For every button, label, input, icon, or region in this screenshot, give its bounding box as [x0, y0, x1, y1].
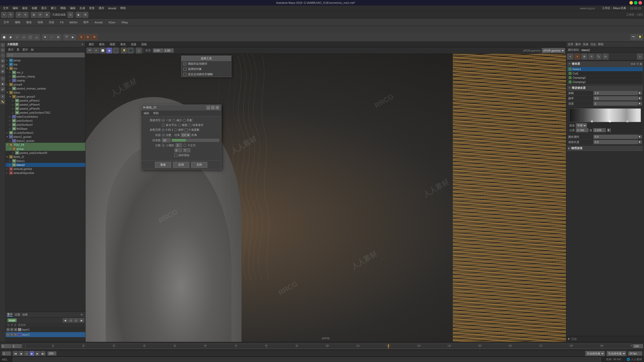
- attr-val-color[interactable]: [593, 135, 638, 139]
- attr-btn-amp[interactable]: ◆: [638, 91, 642, 95]
- modify-nav-next[interactable]: ▶: [634, 62, 636, 65]
- vp-btn-shadow[interactable]: 🌑: [128, 48, 134, 54]
- btn-apply[interactable]: 应用: [173, 162, 189, 168]
- tree-item-pasted-poly7262[interactable]: ▷ M pasted_polySurface7262: [6, 111, 85, 115]
- attr-btn-save[interactable]: ◆: [638, 140, 642, 144]
- shelf-icon-joint[interactable]: ✚: [42, 34, 48, 40]
- layer-item-2[interactable]: V P R layer2: [6, 332, 85, 337]
- layer-toupi-btn[interactable]: toupi: [8, 319, 17, 322]
- shelf-icon-xgen[interactable]: X: [78, 34, 84, 40]
- tree-item-tubecurve[interactable]: ▷ ~ tubeCurveHistory: [6, 115, 85, 119]
- menu-modify[interactable]: 修改: [20, 6, 30, 11]
- radio-endcond[interactable]: [188, 124, 191, 127]
- btn-next-frame[interactable]: ▶: [35, 351, 40, 356]
- shelf-icon-ipr[interactable]: ▶: [70, 34, 76, 40]
- tool-select[interactable]: ↖: [1, 43, 5, 47]
- vp-btn-isolate[interactable]: ◯: [136, 48, 142, 54]
- rh-help[interactable]: 帮助: [598, 42, 603, 46]
- outliner-menu-display[interactable]: 显示: [7, 47, 15, 52]
- cb-keep[interactable]: [174, 154, 177, 157]
- btn-go-start[interactable]: |◀: [13, 351, 18, 356]
- menu-mesh[interactable]: 网格: [58, 6, 68, 11]
- ramp-interp-select[interactable]: 平滑 线性: [576, 123, 587, 128]
- frame-start-input[interactable]: [1, 344, 11, 348]
- outliner-menu-display2[interactable]: 显示: [21, 47, 29, 52]
- tree-item-group6[interactable]: ▷ G group6: [6, 82, 85, 86]
- tool-xray[interactable]: X: [1, 94, 5, 99]
- vp-btn-grid[interactable]: #: [93, 48, 99, 54]
- menu-cache[interactable]: 缓存: [97, 6, 106, 11]
- tree-item-pasted-pplane6[interactable]: ▷ M pasted_pPlane6: [6, 107, 85, 111]
- attr-val-save[interactable]: [593, 140, 638, 144]
- noise-filter-header[interactable]: ▼ 噪波修改器: [567, 85, 643, 90]
- dlg-menu-help[interactable]: 帮助: [152, 111, 160, 116]
- tree-item-pashao[interactable]: ▷ M pashao_zhang: [6, 74, 85, 78]
- ramp-val-input[interactable]: [593, 128, 606, 132]
- dlg-menu-edit[interactable]: 编辑: [142, 111, 151, 116]
- search-input[interactable]: [7, 53, 84, 57]
- toolbar-settings[interactable]: ⚙: [82, 12, 88, 18]
- shelf-icon-cube[interactable]: ◼: [8, 34, 14, 40]
- ramp-point-1[interactable]: [591, 120, 593, 122]
- radio-reduce[interactable]: [172, 119, 175, 122]
- menu-arnold[interactable]: Arnold: [106, 6, 118, 10]
- outliner-menu-show[interactable]: 显: [15, 47, 21, 52]
- shelf-icon-torus[interactable]: ◯: [27, 34, 33, 40]
- toolbar-select[interactable]: ↖: [1, 12, 7, 18]
- val-5[interactable]: [174, 148, 182, 152]
- dialog-minimize[interactable]: _: [207, 106, 210, 109]
- vp-menu-view[interactable]: 视图: [108, 42, 117, 47]
- noise-item-3[interactable]: Clumping2: [568, 76, 643, 80]
- toolbar-snap[interactable]: ⊙: [67, 12, 73, 18]
- noise-item-4[interactable]: Clumping1: [568, 80, 643, 84]
- layer-btn-next[interactable]: ▷: [74, 318, 79, 323]
- tool-rotate2[interactable]: ↻: [1, 64, 5, 68]
- tree-item-bianz2qu[interactable]: ▷ ~ bianz2_quxian: [6, 139, 85, 143]
- toolbar-redo[interactable]: ↻: [22, 12, 28, 18]
- menu-generate[interactable]: 生成: [77, 6, 87, 11]
- outliner-menu-mode[interactable]: 如: [29, 47, 35, 52]
- tool-measure[interactable]: 📏: [1, 100, 5, 104]
- frame-end-input[interactable]: [633, 344, 643, 348]
- output-label[interactable]: ▶ 日志: [568, 337, 577, 341]
- pb-end[interactable]: [48, 351, 56, 355]
- radio-cubic[interactable]: [183, 144, 186, 147]
- btn-play-back[interactable]: ◁: [24, 351, 29, 356]
- toolbar-scale[interactable]: ⊕: [44, 12, 50, 18]
- vp-speed-input[interactable]: [153, 49, 163, 53]
- layer-r1[interactable]: R: [14, 328, 17, 331]
- menu-deform[interactable]: 变形: [87, 6, 97, 11]
- layer-v2[interactable]: V: [7, 333, 10, 336]
- fps-input[interactable]: [628, 351, 642, 355]
- maximize-btn[interactable]: [634, 1, 637, 5]
- dialog-close[interactable]: ✕: [216, 106, 219, 109]
- tree-item-pasted-poly49[interactable]: ▷ M pasted_polySurface49: [6, 151, 85, 155]
- modify-header[interactable]: ▼ 修改器 ◀ ▶ ⊞ ▣: [567, 61, 643, 66]
- physical-header[interactable]: ▶ 物理选项: [567, 146, 643, 151]
- tree-item-bianz2gx[interactable]: ▼ ~ bianz2_guxian: [6, 135, 85, 139]
- btn-prev-frame[interactable]: ◀: [18, 351, 23, 356]
- shelf-Anime[interactable]: 动画: [35, 19, 46, 25]
- menu-edit[interactable]: 编辑: [11, 6, 20, 11]
- ramp-point-3[interactable]: [626, 120, 628, 122]
- vp-menu-connect[interactable]: 连接: [129, 42, 138, 47]
- shelf-icon-plane[interactable]: ▭: [21, 34, 27, 40]
- layer-tab-anim[interactable]: 动画: [22, 313, 28, 316]
- shelf-icon-groom[interactable]: G: [85, 34, 91, 40]
- outliner-tree[interactable]: ▷ C persp ▷ C top ▼ G tou ▷: [6, 58, 85, 312]
- vp-menu-shading[interactable]: 着色: [118, 42, 128, 47]
- tree-item-ffd1[interactable]: ▷ M ffd1Base: [6, 127, 85, 131]
- menu-file[interactable]: 文件: [1, 6, 11, 11]
- tree-item-nei[interactable]: ▷ M nei_ji: [6, 70, 85, 74]
- vp-menu-color[interactable]: 颜色: [97, 42, 107, 47]
- layer-options[interactable]: ⚙: [80, 313, 83, 316]
- layer-item-1[interactable]: V P R layer1: [6, 327, 85, 332]
- attr-val-amp[interactable]: [593, 91, 638, 95]
- menu-help[interactable]: 帮助: [118, 6, 128, 11]
- span-count-input[interactable]: [162, 138, 171, 142]
- rt-btn-xgen[interactable]: X: [574, 54, 580, 60]
- noise-item-1[interactable]: Noise1: [568, 67, 643, 71]
- layer-btn-prev[interactable]: ◁: [68, 318, 73, 323]
- shelf-icon-hair[interactable]: H: [91, 34, 97, 40]
- tree-item-pasted-g3[interactable]: ▼ G pasted_group3: [6, 95, 85, 99]
